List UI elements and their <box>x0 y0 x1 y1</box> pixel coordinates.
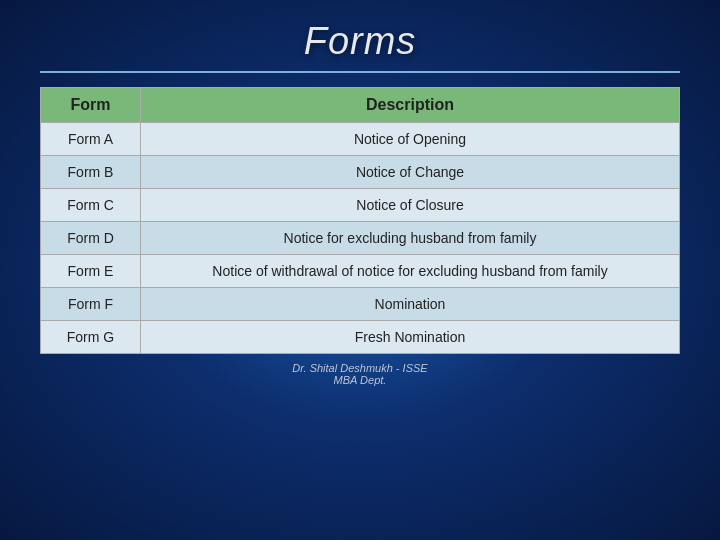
description-cell: Notice of Change <box>141 156 680 189</box>
table-row: Form DNotice for excluding husband from … <box>41 222 680 255</box>
col-header-form: Form <box>41 88 141 123</box>
description-cell: Notice of withdrawal of notice for exclu… <box>141 255 680 288</box>
description-cell: Nomination <box>141 288 680 321</box>
table-row: Form FNomination <box>41 288 680 321</box>
table-row: Form CNotice of Closure <box>41 189 680 222</box>
title-divider <box>40 71 680 73</box>
footer-line2: MBA Dept. <box>334 374 387 386</box>
form-cell: Form F <box>41 288 141 321</box>
form-cell: Form B <box>41 156 141 189</box>
description-cell: Notice for excluding husband from family <box>141 222 680 255</box>
table-row: Form ENotice of withdrawal of notice for… <box>41 255 680 288</box>
form-cell: Form D <box>41 222 141 255</box>
form-cell: Form E <box>41 255 141 288</box>
form-cell: Form A <box>41 123 141 156</box>
table-row: Form ANotice of Opening <box>41 123 680 156</box>
col-header-description: Description <box>141 88 680 123</box>
footer-text: Dr. Shital Deshmukh - ISSE MBA Dept. <box>292 362 427 386</box>
footer-line1: Dr. Shital Deshmukh - ISSE <box>292 362 427 374</box>
description-cell: Fresh Nomination <box>141 321 680 354</box>
description-cell: Notice of Opening <box>141 123 680 156</box>
table-row: Form GFresh Nomination <box>41 321 680 354</box>
table-row: Form BNotice of Change <box>41 156 680 189</box>
form-cell: Form C <box>41 189 141 222</box>
page-title: Forms <box>304 20 417 63</box>
forms-table: Form Description Form ANotice of Opening… <box>40 87 680 354</box>
description-cell: Notice of Closure <box>141 189 680 222</box>
form-cell: Form G <box>41 321 141 354</box>
